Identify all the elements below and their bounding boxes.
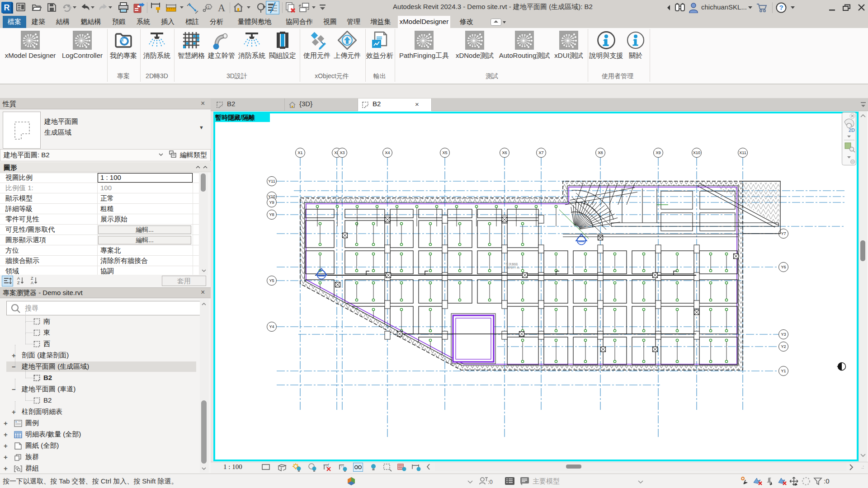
- svg-text:Z: Z: [17, 281, 20, 285]
- svg-text:Y2: Y2: [781, 344, 786, 349]
- svg-text:X8: X8: [598, 150, 603, 155]
- svg-text:Y5: Y5: [269, 278, 274, 283]
- svg-text:X11: X11: [739, 150, 746, 155]
- svg-text:X4: X4: [385, 150, 390, 155]
- svg-text:?: ?: [779, 4, 783, 11]
- svg-text:Y1: Y1: [781, 369, 786, 373]
- svg-text:747577 m: 747577 m: [505, 266, 519, 269]
- svg-text:1: 1: [208, 5, 210, 9]
- svg-text:X3: X3: [340, 150, 344, 155]
- svg-text:Z: Z: [31, 276, 33, 281]
- svg-text:X7: X7: [538, 150, 543, 155]
- svg-text:2D: 2D: [849, 127, 855, 133]
- svg-text:A: A: [218, 2, 226, 13]
- svg-text:X9: X9: [656, 150, 660, 155]
- svg-text:X10: X10: [693, 150, 700, 155]
- svg-text:A: A: [31, 281, 33, 285]
- svg-text:Y11: Y11: [268, 179, 275, 183]
- svg-text:Y4: Y4: [269, 324, 274, 329]
- svg-text:X5: X5: [442, 150, 447, 155]
- svg-text:Y9: Y9: [269, 200, 274, 205]
- svg-text:Y3: Y3: [781, 332, 786, 337]
- svg-text:A: A: [17, 276, 20, 281]
- svg-text:Y8: Y8: [269, 212, 274, 217]
- svg-text:搜尋: 搜尋: [25, 304, 38, 312]
- svg-text::0: :0: [488, 479, 493, 485]
- svg-text:手及關絡: 手及關絡: [505, 263, 518, 266]
- svg-text:Y7: Y7: [781, 231, 786, 236]
- svg-text:Y6: Y6: [781, 265, 786, 269]
- svg-text:X1: X1: [297, 150, 302, 155]
- svg-text:X6: X6: [502, 150, 507, 155]
- svg-text:R: R: [4, 3, 10, 12]
